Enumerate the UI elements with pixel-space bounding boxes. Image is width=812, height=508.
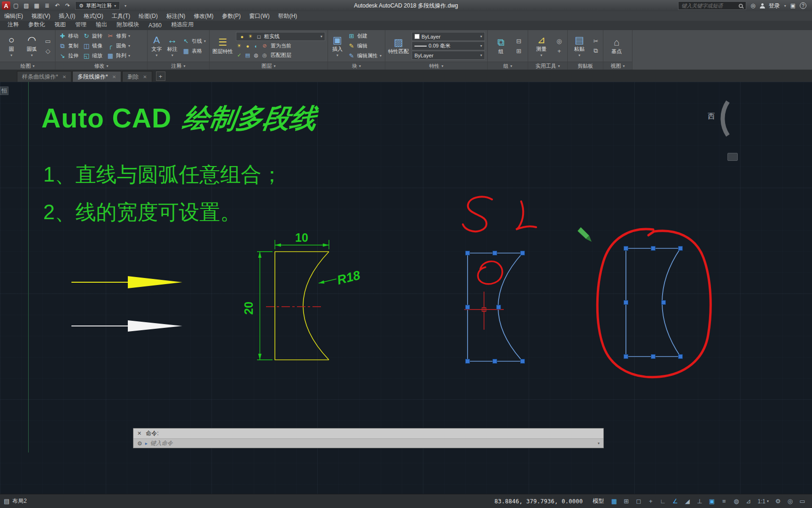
circle-button[interactable]: ○ 圆 ▾ [2,31,21,61]
panel-label-clipboard[interactable]: 剪贴板 [568,62,603,70]
open-file-icon[interactable]: ▧ [22,1,31,10]
palette-corner-tag[interactable]: 恒 [0,87,8,95]
layer-on-icon[interactable]: ● [244,43,251,49]
qat-customize-icon[interactable]: ▾ [121,1,130,10]
polar-tracking-toggle[interactable]: ∠ [669,496,681,507]
snap-mode-toggle[interactable]: ⊞ [620,496,632,507]
save-icon[interactable]: ▦ [32,1,41,10]
scale-button[interactable]: ◱缩放 [82,51,103,61]
ribbon-tab-view[interactable]: 视图 [50,20,70,30]
paste-button[interactable]: ▤ 粘贴 ▾ [570,31,589,61]
arc-button[interactable]: ◠ 圆弧 ▾ [23,31,41,61]
sign-in-label[interactable]: 登录 [769,2,780,10]
redo-icon[interactable]: ↷ [63,1,72,10]
command-input-placeholder[interactable]: 键入命令 [150,439,173,447]
navigation-wheel-arc[interactable] [723,102,728,135]
ribbon-tab-manage[interactable]: 管理 [70,20,91,30]
array-button[interactable]: ▦阵列▾ [106,51,131,61]
yellow-polyline-shape[interactable] [275,252,329,360]
model-space-button[interactable]: 模型 [589,496,608,507]
menu-edit[interactable]: 编辑(E) [0,11,27,21]
menu-dimension[interactable]: 标注(N) [162,11,190,21]
layer-off-icon[interactable]: ⊘ [261,43,268,49]
close-icon[interactable]: ✕ [143,74,147,79]
command-window[interactable]: ✕ 命令: ⚙ ▸ 键入命令 ▾ [133,428,604,448]
ribbon-tab-parametric[interactable]: 参数化 [23,20,50,30]
panel-label-view[interactable]: 视图▾ [603,62,632,70]
dimension-button[interactable]: ↔ 标注 ▾ [165,31,179,61]
close-icon[interactable]: ✕ [62,74,66,79]
measure-button[interactable]: ⊿ 测量 ▾ [531,31,552,61]
selection-grips-1[interactable] [466,251,525,364]
isodraft-toggle[interactable]: ◢ [681,496,693,507]
dynamic-input-toggle[interactable]: + [645,496,656,507]
group-button[interactable]: ⧉ 组 [490,31,512,61]
menu-modify[interactable]: 修改(M) [189,11,218,21]
ungroup-button[interactable]: ⊟ [514,36,523,46]
group-edit-button[interactable]: ⊞ [514,46,523,56]
ribbon-tab-output[interactable]: 输出 [91,20,112,30]
insert-block-button[interactable]: ▣ 插入 ▾ [330,31,344,61]
yellow-arrow-polyline[interactable] [71,276,182,288]
ribbon-tab-a360[interactable]: A360 [144,21,166,30]
customize-icon[interactable]: ⚙ [137,440,142,447]
close-icon[interactable]: ✕ [112,74,116,79]
rotate-button[interactable]: ↻旋转 [82,32,103,41]
rectangle-button[interactable]: ▭ [43,36,53,46]
panel-label-block[interactable]: 块▾ [328,62,385,70]
edit-attributes-button[interactable]: ✎编辑属性▾ [347,51,383,61]
stretch-button[interactable]: ↘拉伸 [58,51,79,61]
transparency-toggle[interactable]: ◍ [730,496,742,507]
annotation-monitor-toggle[interactable]: ◎ [784,496,796,507]
new-file-icon[interactable]: ▢ [11,1,21,10]
move-button[interactable]: ✚移动 [58,32,79,41]
drawing-canvas[interactable]: 10 20 R18 [0,82,812,494]
panel-label-annotation[interactable]: 注释▾ [148,62,209,70]
panel-label-utilities[interactable]: 实用工具▾ [528,62,567,70]
lineweight-select[interactable]: 0.09 毫米 ▾ [412,41,485,50]
menu-tools[interactable]: 工具(T) [108,11,134,21]
quick-calc-button[interactable]: + [554,46,564,56]
object-snap-toggle[interactable]: ▣ [706,496,718,507]
menu-parametric[interactable]: 参数(P) [218,11,245,21]
linetype-select[interactable]: ByLayer ▾ [412,51,485,60]
panel-label-groups[interactable]: 组▾ [488,62,528,70]
selection-cycling-toggle[interactable]: ⊿ [742,496,754,507]
selected-polyline-2[interactable] [626,248,680,357]
layer-thaw-icon[interactable]: ☀ [236,43,242,49]
panel-label-layers[interactable]: 图层▾ [210,62,328,70]
table-button[interactable]: ▦表格 [181,46,207,56]
menu-window[interactable]: 窗口(W) [245,11,273,21]
trim-button[interactable]: ✂修剪▾ [106,32,131,41]
menu-draw[interactable]: 绘图(D) [134,11,162,21]
lineweight-toggle[interactable]: ≡ [718,496,730,507]
menu-insert[interactable]: 插入(I) [55,11,79,21]
annotation-scale-button[interactable]: 1:1 ▾ [755,496,772,507]
white-arrow-polyline[interactable] [71,320,182,332]
make-current-button[interactable]: 置为当前 [270,41,292,51]
command-input-row[interactable]: ⚙ ▸ 键入命令 ▾ [133,438,603,448]
file-tab-spline[interactable]: 样条曲线操作*✕ [17,71,71,82]
close-icon[interactable]: ✕ [137,430,141,437]
file-tab-delete[interactable]: 删除✕ [122,71,152,82]
help-icon[interactable]: ? [800,2,806,9]
ribbon-tab-annotate[interactable]: 注释 [3,20,23,30]
copy-button[interactable]: ⧉复制 [58,41,79,51]
panel-label-modify[interactable]: 修改▾ [55,62,147,70]
text-button[interactable]: A 文字 ▾ [150,31,163,61]
workspace-switcher[interactable]: ⚙ 草图与注释 ▾ [75,1,120,10]
layer-freeze-icon[interactable]: ▤ [244,52,251,58]
layer-walk-icon[interactable]: ◎ [261,52,268,58]
match-layer-button[interactable]: 匹配图层 [270,51,292,60]
workspace-switching-toggle[interactable]: ⚙ [772,496,784,507]
layer-select[interactable]: ● ☀ □ 粗实线 ▾ [236,32,325,41]
id-point-button[interactable]: ◎ [554,36,564,46]
layer-properties-button[interactable]: ☰ 图层特性 [212,31,234,61]
create-block-button[interactable]: ⊞创建 [347,32,383,41]
chevron-down-icon[interactable]: ▾ [784,4,786,8]
search-input[interactable] [681,3,737,8]
base-view-button[interactable]: ⌂ 基点 [606,31,627,61]
wcs-button[interactable] [727,153,738,161]
layer-isolate-icon[interactable]: ◐ [253,43,259,49]
app-logo-icon[interactable]: A [2,1,10,10]
